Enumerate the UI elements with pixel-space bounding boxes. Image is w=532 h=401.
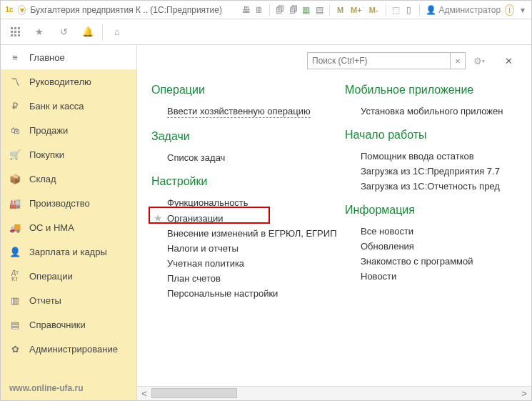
sidebar-item-label: Склад: [29, 174, 56, 184]
app-logo-icon: 1с: [5, 4, 14, 16]
sidebar-footer: www.online-ufa.ru: [1, 377, 136, 400]
sidebar-item-catalogs[interactable]: ▤ Справочники: [1, 312, 136, 337]
sidebar-item-bank[interactable]: ₽ Банк и касса: [1, 94, 136, 118]
link-taxes[interactable]: Налоги и отчеты: [151, 241, 323, 256]
sidebar-item-label: Банк и касса: [29, 101, 84, 112]
sidebar-item-manager[interactable]: 〽 Руководителю: [1, 69, 136, 94]
sidebar-item-admin[interactable]: ✿ Администрирование: [1, 337, 136, 361]
info-icon[interactable]: i: [505, 4, 514, 16]
link-news[interactable]: Новости: [345, 269, 517, 284]
sidebar-item-operations[interactable]: ДтКт Операции: [1, 264, 136, 288]
sidebar-item-assets[interactable]: 🚚 ОС и НМА: [1, 215, 136, 239]
sidebar-item-label: Продажи: [29, 125, 68, 136]
apps-grid-icon[interactable]: [4, 21, 26, 44]
m-plus-button[interactable]: M+: [349, 6, 363, 14]
menu-icon: ≡: [9, 51, 21, 63]
sidebar-item-reports[interactable]: ▥ Отчеты: [1, 288, 136, 312]
sidebar-item-salary[interactable]: 👤 Зарплата и кадры: [1, 239, 136, 264]
sidebar-item-label: Покупки: [29, 149, 64, 160]
section-title: Операции: [151, 84, 323, 96]
more-icon[interactable]: ▾: [518, 4, 527, 16]
close-button[interactable]: ✕: [500, 52, 517, 69]
sidebar-item-warehouse[interactable]: 📦 Склад: [1, 167, 136, 191]
scroll-left-icon[interactable]: <: [137, 387, 151, 400]
m-minus-button[interactable]: M-: [368, 6, 380, 14]
bag-icon: 🛍: [9, 124, 21, 136]
link-balance-helper[interactable]: Помощник ввода остатков: [345, 149, 517, 164]
favorite-icon[interactable]: ★: [28, 21, 51, 44]
separator: [329, 4, 330, 16]
link-organizations[interactable]: ★ Организации: [151, 210, 323, 226]
bar-chart-icon: ▥: [9, 294, 21, 306]
sidebar-item-label: Операции: [29, 271, 73, 282]
compare-icon[interactable]: 🗐: [288, 4, 297, 16]
calc-icon[interactable]: ▤: [315, 4, 323, 16]
separator: [386, 4, 386, 16]
scroll-right-icon[interactable]: >: [517, 387, 531, 400]
section-title: Начало работы: [345, 129, 517, 142]
book-icon[interactable]: ▯: [405, 4, 413, 16]
sidebar-item-purchases[interactable]: 🛒 Покупки: [1, 142, 136, 167]
link-mobile-install[interactable]: Установка мобильного приложен: [345, 104, 517, 119]
body: ≡ Главное 〽 Руководителю ₽ Банк и касса …: [1, 45, 531, 400]
history-icon[interactable]: ↺: [52, 21, 75, 44]
link-personal-settings[interactable]: Персональные настройки: [151, 286, 323, 301]
sidebar-item-label: Отчеты: [29, 295, 61, 306]
ruble-icon: ₽: [9, 100, 21, 112]
sidebar-item-label: ОС и НМА: [29, 222, 74, 233]
sidebar-item-label: Производство: [29, 198, 90, 209]
link-about-program[interactable]: Знакомство с программой: [345, 254, 517, 269]
user-icon: 👤: [426, 5, 436, 15]
col-left: Операции Ввести хозяйственную операцию З…: [151, 74, 323, 301]
link-functionality[interactable]: Функциональность: [151, 195, 323, 210]
link-updates[interactable]: Обновления: [345, 239, 517, 254]
search-clear-button[interactable]: ×: [450, 52, 466, 69]
user-menu[interactable]: 👤 Администратор: [426, 5, 501, 15]
dk-icon: ДтКт: [9, 270, 21, 282]
notifications-icon[interactable]: 🔔: [76, 21, 99, 44]
preview-icon[interactable]: 🗎: [255, 4, 264, 16]
titlebar: 1с ▾ Бухгалтерия предприятия К .. (1С:Пр…: [1, 1, 531, 19]
toolbar-nav: ★ ↺ 🔔 ⌂: [1, 19, 531, 45]
print-icon[interactable]: 🖶: [242, 4, 251, 16]
calendar-icon[interactable]: ▦: [302, 4, 311, 16]
sidebar-item-label: Руководителю: [29, 76, 91, 87]
sidebar-item-main[interactable]: ≡ Главное: [1, 45, 136, 69]
sidebar-item-sales[interactable]: 🛍 Продажи: [1, 118, 136, 142]
chart-line-icon: 〽: [9, 76, 21, 87]
home-icon[interactable]: ⌂: [106, 21, 129, 44]
search-wrap: ×: [307, 52, 466, 69]
link-load-reporting[interactable]: Загрузка из 1С:Отчетность пред: [345, 179, 517, 194]
section-title: Настройки: [151, 175, 323, 188]
link-accounting-policy[interactable]: Учетная политика: [151, 256, 323, 271]
scroll-track[interactable]: [151, 387, 517, 400]
separator: [269, 4, 270, 16]
scroll-thumb[interactable]: [151, 388, 237, 398]
sidebar-item-label: Справочники: [29, 320, 86, 330]
sidebar-item-production[interactable]: 🏭 Производство: [1, 191, 136, 215]
link-all-news[interactable]: Все новости: [345, 224, 517, 239]
search-input[interactable]: [307, 52, 450, 69]
user-name: Администратор: [439, 5, 501, 15]
separator: [102, 24, 103, 41]
link-enter-operation[interactable]: Ввести хозяйственную операцию: [151, 104, 323, 120]
link-egrul[interactable]: Внесение изменений в ЕГРЮЛ, ЕГРИП: [151, 226, 323, 241]
copy-icon[interactable]: 🗐: [276, 4, 284, 16]
separator: [419, 4, 420, 16]
link-chart-accounts[interactable]: План счетов: [151, 271, 323, 286]
sidebar-item-label: Администрирование: [29, 344, 118, 355]
gear-icon: ✿: [9, 343, 21, 355]
col-right: Мобильное приложение Установка мобильног…: [345, 74, 517, 301]
zoom-icon[interactable]: ⬚: [391, 4, 400, 16]
m-button[interactable]: M: [336, 6, 345, 14]
horizontal-scrollbar[interactable]: < >: [137, 386, 531, 400]
books-icon: ▤: [9, 319, 21, 330]
app-title: Бухгалтерия предприятия К .. (1С:Предпри…: [30, 5, 222, 15]
dropdown-icon[interactable]: ▾: [18, 5, 26, 15]
settings-button[interactable]: ⚙▾: [470, 52, 488, 69]
link-load-77[interactable]: Загрузка из 1С:Предприятия 7.7: [345, 164, 517, 179]
sidebar-item-label: Зарплата и кадры: [29, 247, 107, 257]
columns: Операции Ввести хозяйственную операцию З…: [151, 74, 517, 301]
link-task-list[interactable]: Список задач: [151, 150, 323, 165]
sidebar: ≡ Главное 〽 Руководителю ₽ Банк и касса …: [1, 45, 136, 400]
